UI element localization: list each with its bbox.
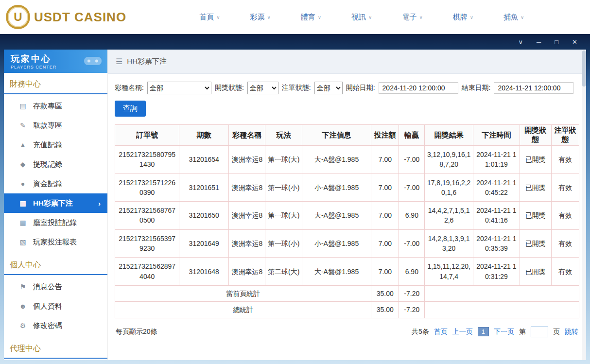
- table-header-row: 訂單號期數彩種名稱玩法下注信息投注額輸贏開獎結果下注時間開獎狀態注單狀態: [115, 125, 579, 146]
- sidebar-item-withdraw[interactable]: ✎ 取款專區: [4, 116, 107, 135]
- cell-bet-info: 小-A盤@1.985: [302, 173, 371, 202]
- cell-win-loss: -7.00: [399, 229, 425, 258]
- sidebar-item-recharge-record[interactable]: ▲ 充值記錄: [4, 135, 107, 155]
- nav-item-lottery[interactable]: 彩票 ∨: [250, 13, 270, 22]
- sidebar-item-profile[interactable]: ☻ 個人資料: [4, 296, 107, 316]
- menu-toggle-icon[interactable]: ☰: [116, 57, 122, 66]
- nav-item-slots[interactable]: 電子 ∨: [402, 13, 422, 22]
- cell-order-no: 2152173215712260390: [115, 173, 179, 202]
- nav-item-sports[interactable]: 體育 ∨: [301, 13, 321, 22]
- start-date-input[interactable]: [379, 82, 458, 94]
- nav-label: 棋牌: [453, 13, 468, 22]
- sidebar-item-withdraw-record[interactable]: ◆ 提現記錄: [4, 155, 107, 174]
- jump-button[interactable]: 跳转: [565, 328, 578, 336]
- sidebar-item-announcements[interactable]: ⚑ 消息公告: [4, 277, 107, 296]
- page-title: HH彩票下注: [127, 57, 167, 66]
- nav-item-live-video[interactable]: 視訊 ∨: [351, 13, 372, 22]
- personal-menu: ⚑ 消息公告 ☻ 個人資料 ⚙ 修改密碼: [4, 275, 107, 337]
- sidebar-item-label: 修改密碼: [33, 321, 62, 330]
- cell-bet-time: 2024-11-21 10:31:29: [473, 258, 520, 286]
- nav-item-chess[interactable]: 棋牌 ∨: [453, 13, 473, 22]
- cell-period: 31201649: [179, 229, 229, 258]
- funds-record-icon: ●: [18, 180, 27, 188]
- brand-name: USDT CASINO: [34, 10, 126, 25]
- total-summary-label: 總統計: [115, 302, 371, 318]
- start-date-label: 開始日期:: [346, 84, 375, 92]
- cell-lottery-name: 澳洲幸运8: [229, 229, 265, 258]
- order-status-label: 注單狀態:: [282, 84, 311, 92]
- finance-menu: ▤ 存款專區 ✎ 取款專區 ▲ 充值記錄 ◆ 提現記錄: [4, 94, 107, 254]
- cell-win-loss: 6.90: [399, 258, 425, 286]
- prev-page-link[interactable]: 上一页: [452, 328, 473, 336]
- end-date-label: 結束日期:: [462, 84, 491, 92]
- search-button[interactable]: 查詢: [115, 101, 146, 117]
- bets-table: 訂單號期數彩種名稱玩法下注信息投注額輸贏開獎結果下注時間開獎狀態注單狀態 215…: [115, 124, 579, 318]
- sidebar-item-hh-lottery-bets[interactable]: ▥ HH彩票下注 ›: [4, 193, 107, 213]
- lottery-name-select[interactable]: 全部: [147, 82, 211, 94]
- sidebar-item-change-password[interactable]: ⚙ 修改密碼: [4, 316, 107, 335]
- window-collapse-button[interactable]: ∨: [519, 39, 523, 45]
- chevron-down-icon: ∨: [470, 15, 473, 20]
- section-title-agent: 代理中心: [4, 337, 107, 359]
- chevron-down-icon: ∨: [368, 15, 372, 20]
- next-page-link[interactable]: 下一页: [494, 328, 514, 336]
- cell-draw-result: 1,15,11,12,20,14,7,4: [425, 258, 473, 286]
- scrollbar-thumb[interactable]: [582, 51, 586, 87]
- main-nav: 首頁 ∨ 彩票 ∨ 體育 ∨ 視訊 ∨ 電子 ∨ 棋牌 ∨ 捕魚 ∨: [199, 13, 524, 22]
- sidebar-item-label: 提現記錄: [33, 160, 62, 169]
- vertical-scrollbar[interactable]: [582, 50, 586, 360]
- cell-order-status: 有效: [551, 258, 579, 286]
- section-title-personal: 個人中心: [4, 254, 107, 275]
- cell-bet-info: 大-A盤@1.985: [302, 258, 371, 286]
- col-header-draw-result: 開獎結果: [425, 125, 473, 146]
- cell-order-no: 2152173215807951430: [115, 146, 179, 174]
- sidebar-section-personal: 個人中心 ⚑ 消息公告 ☻ 個人資料 ⚙ 修改密碼: [4, 254, 107, 337]
- sidebar-item-room-bet-record[interactable]: ▦ 廳室投註記錄: [4, 213, 107, 232]
- brand-logo: U USDT CASINO: [6, 5, 126, 29]
- current-page[interactable]: 1: [478, 327, 489, 336]
- col-header-draw-status: 開獎狀態: [520, 125, 551, 146]
- cell-order-no: 2152173215628974040: [115, 258, 179, 286]
- page-jump-input[interactable]: [531, 327, 548, 337]
- nav-item-home[interactable]: 首頁 ∨: [199, 13, 220, 22]
- sidebar-item-deposit[interactable]: ▤ 存款專區: [4, 96, 107, 116]
- withdraw-icon: ✎: [18, 121, 27, 129]
- cell-bet-info: 小-A盤@1.985: [302, 229, 371, 258]
- total-summary-bet: 35.00: [371, 302, 399, 318]
- draw-status-select[interactable]: 全部: [247, 82, 278, 94]
- end-date-input[interactable]: [494, 82, 573, 94]
- nav-label: 首頁: [199, 13, 214, 22]
- cell-order-status: 有效: [551, 202, 579, 230]
- cell-period: 31201650: [179, 202, 229, 230]
- window-maximize-button[interactable]: □: [555, 39, 558, 45]
- sidebar-item-player-bet-report[interactable]: ▧ 玩家投注報表: [4, 232, 107, 252]
- cell-win-loss: 6.90: [399, 202, 425, 230]
- col-header-bet-time: 下注時間: [473, 125, 520, 146]
- cell-order-status: 有效: [551, 173, 579, 202]
- sidebar-item-label: 玩家投注報表: [33, 238, 77, 247]
- sidebar-item-funds-record[interactable]: ● 資金記錄: [4, 174, 107, 193]
- draw-status-label: 開獎狀態:: [215, 84, 244, 92]
- col-header-bet-amount: 投注額: [371, 125, 399, 146]
- cell-bet-amount: 7.00: [371, 202, 399, 230]
- cell-play-type: 第一球(大): [265, 202, 302, 230]
- nav-label: 體育: [301, 13, 315, 22]
- players-center-header: 玩家中心 PLAYERS CENTER: [4, 50, 107, 73]
- sidebar: 玩家中心 PLAYERS CENTER 財務中心 ▤ 存款專區 ✎ 取款專區: [4, 50, 108, 360]
- window-close-button[interactable]: ✕: [572, 39, 577, 45]
- nav-item-fishing[interactable]: 捕魚 ∨: [503, 13, 524, 22]
- chevron-down-icon: ∨: [419, 15, 422, 20]
- cell-bet-time: 2024-11-21 11:01:19: [473, 146, 520, 174]
- cell-play-type: 第一球(大): [265, 146, 302, 174]
- order-status-select[interactable]: 全部: [314, 82, 343, 94]
- chevron-down-icon: ∨: [267, 15, 270, 20]
- window-minimize-button[interactable]: ─: [537, 39, 541, 45]
- usdt-casino-logo-icon: U: [6, 5, 30, 29]
- chevron-down-icon: ∨: [521, 15, 524, 20]
- total-summary-winloss: -7.20: [399, 302, 425, 318]
- cell-bet-amount: 7.00: [371, 173, 399, 202]
- cell-bet-time: 2024-11-21 10:35:39: [473, 229, 520, 258]
- first-page-link[interactable]: 首页: [434, 328, 448, 336]
- cell-draw-status: 已開獎: [520, 258, 551, 286]
- sidebar-item-label: 資金記錄: [33, 179, 62, 189]
